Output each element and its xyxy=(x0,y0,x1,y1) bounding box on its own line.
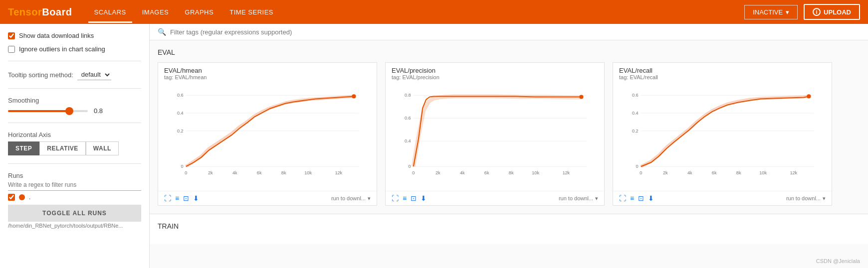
svg-text:8k: 8k xyxy=(281,170,286,175)
train-section: TRAIN xyxy=(150,214,868,244)
svg-text:8k: 8k xyxy=(509,170,514,175)
eval-charts-row: EVAL/hmean tag: EVAL/hmean 0.6 0.4 xyxy=(158,62,860,206)
sidebar: Show data download links Ignore outliers… xyxy=(0,24,150,268)
toggle-all-runs-button[interactable]: TOGGLE ALL RUNS xyxy=(8,205,141,222)
svg-text:2k: 2k xyxy=(208,170,213,175)
svg-text:6k: 6k xyxy=(712,170,717,175)
download-icon-r[interactable]: ⬇ xyxy=(648,194,654,202)
smoothing-slider[interactable] xyxy=(8,110,88,112)
nav-right: INACTIVE ▾ i UPLOAD xyxy=(744,4,860,20)
chart-icons-hmean: ⛶ ≡ ⊡ ⬇ xyxy=(164,194,199,202)
ignore-outliers-input[interactable] xyxy=(8,46,15,53)
main-content: 🔍 EVAL EVAL/hmean tag: EVAL/hmean xyxy=(150,24,868,268)
slider-row: 0.8 xyxy=(8,107,141,115)
expand-icon-p[interactable]: ⛶ xyxy=(392,194,399,202)
svg-text:10k: 10k xyxy=(304,170,312,175)
svg-text:12k: 12k xyxy=(562,170,570,175)
chevron-down-icon-hmean: ▾ xyxy=(368,195,371,202)
chart-header-precision: EVAL/precision tag: EVAL/precision xyxy=(386,63,604,81)
svg-text:6k: 6k xyxy=(257,170,262,175)
chevron-down-icon-precision: ▾ xyxy=(595,195,598,202)
upload-button[interactable]: i UPLOAD xyxy=(804,4,860,20)
topnav: TensorBoard SCALARS IMAGES GRAPHS TIME S… xyxy=(0,0,868,24)
chart-eval-recall: EVAL/recall tag: EVAL/recall 0.6 0.4 0.2 xyxy=(613,62,832,206)
divider-2 xyxy=(8,88,141,89)
svg-point-47 xyxy=(807,94,811,98)
svg-text:0.6: 0.6 xyxy=(632,93,639,98)
nav-images[interactable]: IMAGES xyxy=(136,1,175,23)
svg-text:0.8: 0.8 xyxy=(405,93,411,98)
filter-input[interactable] xyxy=(170,28,860,36)
run-to-download-precision[interactable]: run to downl... ▾ xyxy=(559,195,598,202)
svg-text:0: 0 xyxy=(412,170,415,175)
runs-filter xyxy=(8,179,141,191)
chart-footer-hmean: ⛶ ≡ ⊡ ⬇ run to downl... ▾ xyxy=(158,191,377,205)
divider-1 xyxy=(8,61,141,61)
svg-text:0: 0 xyxy=(636,164,639,169)
chevron-down-icon-recall: ▾ xyxy=(823,195,826,202)
svg-text:2k: 2k xyxy=(663,170,668,175)
svg-text:0.4: 0.4 xyxy=(177,111,184,116)
svg-text:4k: 4k xyxy=(460,170,465,175)
lines-icon-r[interactable]: ≡ xyxy=(630,194,634,202)
crop-icon-r[interactable]: ⊡ xyxy=(638,194,644,202)
show-data-links-input[interactable] xyxy=(8,32,15,39)
divider-4 xyxy=(8,163,141,164)
ignore-outliers-checkbox[interactable]: Ignore outliers in chart scaling xyxy=(8,45,141,53)
expand-icon[interactable]: ⛶ xyxy=(164,194,171,202)
chart-icons-recall: ⛶ ≡ ⊡ ⬇ xyxy=(619,194,654,202)
haxis-relative-btn[interactable]: RELATIVE xyxy=(39,141,85,155)
runs-section: Runs . TOGGLE ALL RUNS /home/din_RBNet_p… xyxy=(8,172,141,229)
run-checkbox[interactable] xyxy=(8,194,15,201)
nav-timeseries[interactable]: TIME SERIES xyxy=(223,1,279,23)
svg-text:12k: 12k xyxy=(335,170,342,175)
run-item: . xyxy=(8,194,141,201)
svg-text:0: 0 xyxy=(181,164,184,169)
download-icon[interactable]: ⬇ xyxy=(193,194,199,202)
svg-text:8k: 8k xyxy=(736,170,741,175)
svg-text:4k: 4k xyxy=(232,170,237,175)
svg-point-31 xyxy=(579,95,583,99)
tooltip-select[interactable]: default xyxy=(77,69,111,80)
chart-svg-hmean: 0.6 0.4 0.2 0 0 2k 4k 6k 8k 10k 12k xyxy=(158,85,377,187)
download-icon-p[interactable]: ⬇ xyxy=(421,194,427,202)
lines-icon-p[interactable]: ≡ xyxy=(403,194,407,202)
run-color-dot xyxy=(19,194,25,200)
svg-text:0.2: 0.2 xyxy=(177,129,184,134)
chart-svg-recall: 0.6 0.4 0.2 0 0 2k 4k 6k 8k 10k 12k xyxy=(613,85,832,187)
chart-area-precision: 0.8 0.6 0.4 0 0 2k 4k 6k 8k 10k 12k xyxy=(386,81,604,191)
chart-area-recall: 0.6 0.4 0.2 0 0 2k 4k 6k 8k 10k 12k xyxy=(613,81,832,191)
svg-text:4k: 4k xyxy=(687,170,692,175)
chart-footer-recall: ⛶ ≡ ⊡ ⬇ run to downl... ▾ xyxy=(613,191,832,205)
smoothing-section: Smoothing 0.8 xyxy=(8,97,141,115)
horizontal-axis-section: Horizontal Axis STEP RELATIVE WALL xyxy=(8,131,141,155)
info-icon: i xyxy=(813,8,821,16)
run-to-download-hmean[interactable]: run to downl... ▾ xyxy=(331,195,371,202)
brand-logo: TensorBoard xyxy=(8,6,72,18)
run-to-download-recall[interactable]: run to downl... ▾ xyxy=(786,195,826,202)
lines-icon[interactable]: ≡ xyxy=(175,194,179,202)
haxis-wall-btn[interactable]: WALL xyxy=(86,141,119,155)
nav-graphs[interactable]: GRAPHS xyxy=(179,1,219,23)
nav-scalars[interactable]: SCALARS xyxy=(88,1,132,23)
chart-icons-precision: ⛶ ≡ ⊡ ⬇ xyxy=(392,194,427,202)
chart-eval-precision: EVAL/precision tag: EVAL/precision 0.8 0… xyxy=(385,62,605,206)
svg-text:0.6: 0.6 xyxy=(177,93,184,98)
svg-text:0.2: 0.2 xyxy=(632,129,639,134)
chart-area-hmean: 0.6 0.4 0.2 0 0 2k 4k 6k 8k 10k 12k xyxy=(158,81,377,191)
chevron-down-icon: ▾ xyxy=(786,8,789,16)
svg-text:12k: 12k xyxy=(790,170,797,175)
chart-header-recall: EVAL/recall tag: EVAL/recall xyxy=(613,63,832,81)
crop-icon-p[interactable]: ⊡ xyxy=(411,194,417,202)
nav-links: SCALARS IMAGES GRAPHS TIME SERIES xyxy=(88,1,280,23)
haxis-step-btn[interactable]: STEP xyxy=(8,141,39,155)
crop-icon[interactable]: ⊡ xyxy=(183,194,189,202)
search-icon: 🔍 xyxy=(158,28,166,36)
runs-filter-input[interactable] xyxy=(8,179,141,191)
expand-icon-r[interactable]: ⛶ xyxy=(619,194,626,202)
svg-text:0.6: 0.6 xyxy=(405,116,411,121)
chart-eval-hmean: EVAL/hmean tag: EVAL/hmean 0.6 0.4 xyxy=(158,62,377,206)
show-data-links-checkbox[interactable]: Show data download links xyxy=(8,32,141,39)
inactive-button[interactable]: INACTIVE ▾ xyxy=(744,5,798,19)
svg-text:6k: 6k xyxy=(484,170,489,175)
